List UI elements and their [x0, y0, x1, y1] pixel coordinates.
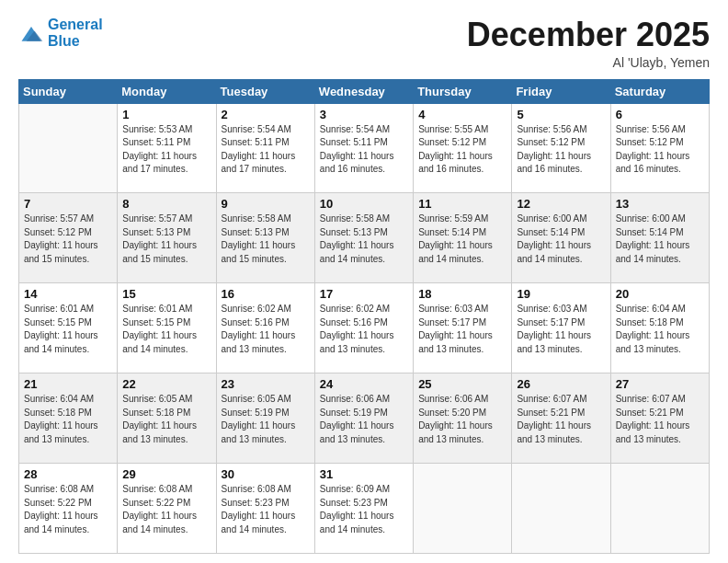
day-info: Sunrise: 6:08 AMSunset: 5:22 PMDaylight:… — [24, 483, 112, 536]
calendar-week-row: 21Sunrise: 6:04 AMSunset: 5:18 PMDayligh… — [19, 373, 710, 464]
table-cell: 13Sunrise: 6:00 AMSunset: 5:14 PMDayligh… — [610, 193, 709, 283]
day-number: 13 — [616, 197, 704, 211]
day-info: Sunrise: 6:09 AMSunset: 5:23 PMDaylight:… — [320, 483, 408, 536]
table-cell — [414, 464, 512, 554]
header-wednesday: Wednesday — [314, 79, 413, 103]
table-cell: 17Sunrise: 6:02 AMSunset: 5:16 PMDayligh… — [314, 283, 413, 373]
location: Al 'Ulayb, Yemen — [467, 55, 710, 70]
day-number: 26 — [517, 377, 605, 391]
table-cell: 30Sunrise: 6:08 AMSunset: 5:23 PMDayligh… — [216, 464, 314, 554]
day-info: Sunrise: 6:03 AMSunset: 5:17 PMDaylight:… — [517, 303, 605, 356]
day-info: Sunrise: 5:55 AMSunset: 5:12 PMDaylight:… — [418, 123, 506, 177]
calendar-week-row: 7Sunrise: 5:57 AMSunset: 5:12 PMDaylight… — [19, 193, 710, 283]
title-block: December 2025 Al 'Ulayb, Yemen — [467, 17, 710, 70]
day-number: 29 — [122, 467, 210, 481]
table-cell: 7Sunrise: 5:57 AMSunset: 5:12 PMDaylight… — [19, 193, 118, 283]
day-number: 27 — [616, 377, 704, 391]
calendar-week-row: 28Sunrise: 6:08 AMSunset: 5:22 PMDayligh… — [19, 464, 710, 554]
day-info: Sunrise: 5:59 AMSunset: 5:14 PMDaylight:… — [418, 213, 506, 266]
calendar-week-row: 14Sunrise: 6:01 AMSunset: 5:15 PMDayligh… — [19, 283, 710, 373]
day-number: 6 — [616, 108, 704, 121]
header: General Blue December 2025 Al 'Ulayb, Ye… — [18, 17, 710, 70]
day-number: 2 — [222, 108, 310, 121]
table-cell — [19, 103, 118, 193]
table-cell: 24Sunrise: 6:06 AMSunset: 5:19 PMDayligh… — [314, 373, 413, 464]
day-info: Sunrise: 5:58 AMSunset: 5:13 PMDaylight:… — [320, 213, 408, 266]
day-number: 23 — [222, 377, 310, 391]
day-number: 7 — [24, 197, 112, 211]
table-cell: 8Sunrise: 5:57 AMSunset: 5:13 PMDaylight… — [118, 193, 216, 283]
day-number: 16 — [222, 287, 310, 301]
logo: General Blue — [18, 17, 103, 49]
month-title: December 2025 — [467, 17, 710, 53]
table-cell: 1Sunrise: 5:53 AMSunset: 5:11 PMDaylight… — [118, 103, 216, 193]
header-friday: Friday — [512, 79, 610, 103]
table-cell: 19Sunrise: 6:03 AMSunset: 5:17 PMDayligh… — [512, 283, 610, 373]
weekday-header-row: Sunday Monday Tuesday Wednesday Thursday… — [19, 79, 710, 103]
day-number: 11 — [418, 197, 506, 211]
day-number: 21 — [24, 377, 112, 391]
day-number: 25 — [418, 377, 506, 391]
table-cell: 21Sunrise: 6:04 AMSunset: 5:18 PMDayligh… — [19, 373, 118, 464]
day-info: Sunrise: 5:53 AMSunset: 5:11 PMDaylight:… — [122, 123, 210, 177]
day-info: Sunrise: 5:57 AMSunset: 5:13 PMDaylight:… — [122, 213, 210, 266]
table-cell: 29Sunrise: 6:08 AMSunset: 5:22 PMDayligh… — [118, 464, 216, 554]
table-cell: 18Sunrise: 6:03 AMSunset: 5:17 PMDayligh… — [414, 283, 512, 373]
day-info: Sunrise: 6:04 AMSunset: 5:18 PMDaylight:… — [616, 303, 704, 356]
day-info: Sunrise: 6:08 AMSunset: 5:23 PMDaylight:… — [222, 483, 310, 536]
header-monday: Monday — [118, 79, 216, 103]
table-cell: 31Sunrise: 6:09 AMSunset: 5:23 PMDayligh… — [314, 464, 413, 554]
day-info: Sunrise: 6:05 AMSunset: 5:19 PMDaylight:… — [222, 393, 310, 446]
day-info: Sunrise: 6:01 AMSunset: 5:15 PMDaylight:… — [24, 303, 112, 356]
day-info: Sunrise: 6:00 AMSunset: 5:14 PMDaylight:… — [616, 213, 704, 266]
day-info: Sunrise: 6:07 AMSunset: 5:21 PMDaylight:… — [517, 393, 605, 446]
day-number: 1 — [122, 108, 210, 121]
table-cell: 10Sunrise: 5:58 AMSunset: 5:13 PMDayligh… — [314, 193, 413, 283]
day-info: Sunrise: 6:08 AMSunset: 5:22 PMDaylight:… — [122, 483, 210, 536]
table-cell: 12Sunrise: 6:00 AMSunset: 5:14 PMDayligh… — [512, 193, 610, 283]
table-cell: 3Sunrise: 5:54 AMSunset: 5:11 PMDaylight… — [314, 103, 413, 193]
table-cell: 26Sunrise: 6:07 AMSunset: 5:21 PMDayligh… — [512, 373, 610, 464]
table-cell: 27Sunrise: 6:07 AMSunset: 5:21 PMDayligh… — [610, 373, 709, 464]
calendar-body: 1Sunrise: 5:53 AMSunset: 5:11 PMDaylight… — [19, 103, 710, 553]
day-number: 30 — [222, 467, 310, 481]
day-number: 3 — [320, 108, 408, 121]
day-info: Sunrise: 5:54 AMSunset: 5:11 PMDaylight:… — [320, 123, 408, 177]
day-number: 17 — [320, 287, 408, 301]
day-number: 14 — [24, 287, 112, 301]
day-info: Sunrise: 6:01 AMSunset: 5:15 PMDaylight:… — [122, 303, 210, 356]
day-number: 28 — [24, 467, 112, 481]
table-cell: 2Sunrise: 5:54 AMSunset: 5:11 PMDaylight… — [216, 103, 314, 193]
table-cell: 4Sunrise: 5:55 AMSunset: 5:12 PMDaylight… — [414, 103, 512, 193]
table-cell: 20Sunrise: 6:04 AMSunset: 5:18 PMDayligh… — [610, 283, 709, 373]
table-cell: 5Sunrise: 5:56 AMSunset: 5:12 PMDaylight… — [512, 103, 610, 193]
day-info: Sunrise: 6:06 AMSunset: 5:20 PMDaylight:… — [418, 393, 506, 446]
logo-icon — [18, 20, 44, 46]
table-cell: 6Sunrise: 5:56 AMSunset: 5:12 PMDaylight… — [610, 103, 709, 193]
day-number: 19 — [517, 287, 605, 301]
logo-line2: Blue — [48, 33, 103, 50]
table-cell — [610, 464, 709, 554]
header-sunday: Sunday — [19, 79, 118, 103]
day-info: Sunrise: 5:57 AMSunset: 5:12 PMDaylight:… — [24, 213, 112, 266]
day-info: Sunrise: 5:56 AMSunset: 5:12 PMDaylight:… — [616, 123, 704, 177]
day-info: Sunrise: 6:04 AMSunset: 5:18 PMDaylight:… — [24, 393, 112, 446]
header-saturday: Saturday — [610, 79, 709, 103]
day-number: 15 — [122, 287, 210, 301]
day-number: 9 — [222, 197, 310, 211]
table-cell: 15Sunrise: 6:01 AMSunset: 5:15 PMDayligh… — [118, 283, 216, 373]
day-number: 10 — [320, 197, 408, 211]
calendar-header: Sunday Monday Tuesday Wednesday Thursday… — [19, 79, 710, 103]
day-info: Sunrise: 6:06 AMSunset: 5:19 PMDaylight:… — [320, 393, 408, 446]
header-tuesday: Tuesday — [216, 79, 314, 103]
table-cell: 28Sunrise: 6:08 AMSunset: 5:22 PMDayligh… — [19, 464, 118, 554]
day-number: 22 — [122, 377, 210, 391]
day-info: Sunrise: 5:56 AMSunset: 5:12 PMDaylight:… — [517, 123, 605, 177]
day-info: Sunrise: 5:58 AMSunset: 5:13 PMDaylight:… — [222, 213, 310, 266]
logo-line1: General — [48, 17, 103, 33]
day-number: 18 — [418, 287, 506, 301]
calendar-week-row: 1Sunrise: 5:53 AMSunset: 5:11 PMDaylight… — [19, 103, 710, 193]
day-number: 8 — [122, 197, 210, 211]
table-cell: 16Sunrise: 6:02 AMSunset: 5:16 PMDayligh… — [216, 283, 314, 373]
day-number: 31 — [320, 467, 408, 481]
